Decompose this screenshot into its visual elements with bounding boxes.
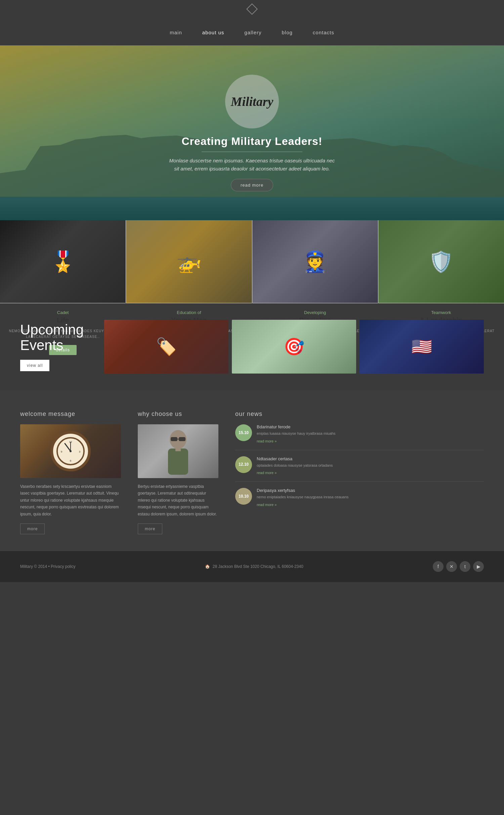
news-badge-2: 12.10 <box>235 456 252 473</box>
soldier-icon: 🎖️ <box>50 250 76 274</box>
nav-blog[interactable]: blog <box>282 30 293 35</box>
person-svg <box>161 428 195 475</box>
main-nav: main about us gallery blog contacts <box>0 26 504 39</box>
news-desc-2: optaiades doloasa niausyse yatsrasa orta… <box>257 463 333 468</box>
news-column: our news 15.10 Bdarinatur ferode eniptas… <box>235 411 484 534</box>
feature-subtitle-teamwork: Teamwork <box>385 310 497 315</box>
social-youtube-button[interactable]: ▶ <box>473 561 484 572</box>
dogtags-icon: 🏷️ <box>104 320 228 374</box>
welcome-column: welcome message 12 3 6 9 Vaserbo nerafae… <box>20 411 121 534</box>
events-images: 🏷️ 🎯 🇺🇸 <box>104 320 484 374</box>
feature-card-discipline: 👮 Developing Discipline FOASASE NHTDAS D… <box>252 220 378 303</box>
footer-social: f ✕ t ▶ <box>433 561 484 572</box>
svg-text:3: 3 <box>79 450 81 453</box>
news-content-2: Ndtasader certasa optaiades doloasa niau… <box>257 456 333 476</box>
clock-icon: 12 3 6 9 <box>50 431 91 471</box>
why-image <box>138 424 218 478</box>
hero-title: Creating Military Leaders! <box>182 135 323 148</box>
news-heading: our news <box>235 411 484 418</box>
social-x-button[interactable]: ✕ <box>446 561 457 572</box>
hero-subtitle: Monlase duscertse nem ipsumas. Kaecenas … <box>168 157 336 173</box>
svg-point-7 <box>70 450 72 452</box>
events-view-all-button[interactable]: view all <box>20 360 49 371</box>
footer-address-text: 28 Jackson Blvd Ste 1020 Chicago, IL 606… <box>213 564 303 569</box>
hero-section: Military Creating Military Leaders! Monl… <box>0 45 504 220</box>
helicopter-icon: 🚁 <box>176 250 202 274</box>
tank-icon: 🛡️ <box>428 250 454 274</box>
news-item-1: 15.10 Bdarinatur ferode eniptas luaasa n… <box>235 424 484 450</box>
feature-image-education: 🚁 <box>126 220 252 303</box>
top-logo-area <box>0 0 504 16</box>
events-left: Upcoming Events view all <box>20 322 94 371</box>
clock-svg: 12 3 6 9 <box>55 436 86 466</box>
nav-about[interactable]: about us <box>202 30 224 35</box>
feature-card-teamwork: 🛡️ Teamwork & Leadership ERSITAE ERTYAS … <box>378 220 504 303</box>
event-image-flag: 🇺🇸 <box>360 320 484 374</box>
nav-main[interactable]: main <box>170 30 182 35</box>
social-facebook-button[interactable]: f <box>433 561 444 572</box>
why-heading: why choose us <box>138 411 218 418</box>
feature-card-education: 🚁 Education of Young Men DOLORE MUTRSAS … <box>126 220 252 303</box>
feature-image-cadet: 🎖️ <box>0 220 126 303</box>
footer-copyright: Military © 2014 • Privacy policy <box>20 564 75 569</box>
events-title-green: Upcoming <box>20 322 94 338</box>
hero-badge: Military <box>225 75 279 128</box>
why-column: why choose us Bertyu ersivtae ertyasniem… <box>138 411 218 534</box>
features-section: 🎖️ Cadet Life NEMOSERA MASUITAE ERTYAS N… <box>0 220 504 303</box>
water-strip <box>0 197 504 220</box>
svg-text:9: 9 <box>61 450 62 453</box>
svg-rect-9 <box>171 437 177 441</box>
svg-text:6: 6 <box>70 459 72 462</box>
news-badge-1: 15.10 <box>235 424 252 441</box>
news-read-more-3[interactable]: read more » <box>257 503 277 507</box>
why-text: Bertyu ersivtae ertyasnieme vasptbia goe… <box>138 483 218 517</box>
welcome-heading: welcome message <box>20 411 121 418</box>
news-title-3: Deripasya xertyfsas <box>257 488 348 493</box>
cadets-icon: 👮 <box>302 250 328 274</box>
event-image-dogtags: 🏷️ <box>104 320 228 374</box>
news-item-2: 12.10 Ndtasader certasa optaiades doloas… <box>235 456 484 482</box>
welcome-text: Vaserbo nerafaes sety krscaertyu ersivta… <box>20 483 121 517</box>
social-twitter-button[interactable]: t <box>460 561 470 572</box>
footer: Military © 2014 • Privacy policy 🏠 28 Ja… <box>0 551 504 582</box>
news-content-3: Deripasya xertyfsas nemo eniptaiades kni… <box>257 488 348 507</box>
news-desc-1: eniptas luaasa niausyse hauy iryatbrasa … <box>257 431 335 436</box>
nav-contacts[interactable]: contacts <box>313 30 334 35</box>
welcome-image: 12 3 6 9 <box>20 424 121 478</box>
hero-badge-text: Military <box>231 94 274 109</box>
footer-copyright-text: Military © 2014 • Privacy policy <box>20 564 75 569</box>
news-title-2: Ndtasader certasa <box>257 456 333 461</box>
svg-rect-12 <box>168 449 188 475</box>
events-title: Upcoming Events <box>20 322 94 353</box>
flag-icon: 🇺🇸 <box>360 320 484 374</box>
svg-rect-10 <box>179 437 185 441</box>
nav-gallery[interactable]: gallery <box>244 30 261 35</box>
news-read-more-1[interactable]: read more » <box>257 439 277 443</box>
feature-card-cadet: 🎖️ Cadet Life NEMOSERA MASUITAE ERTYAS N… <box>0 220 126 303</box>
shooter-icon: 🎯 <box>232 320 356 374</box>
feature-subtitle-education: Education of <box>133 310 245 315</box>
news-content-1: Bdarinatur ferode eniptas luaasa niausys… <box>257 424 335 444</box>
hero-read-more-button[interactable]: read more <box>231 179 273 191</box>
why-more-button[interactable]: more <box>138 523 162 534</box>
event-image-shooter: 🎯 <box>232 320 356 374</box>
footer-address: 🏠 28 Jackson Blvd Ste 1020 Chicago, IL 6… <box>205 564 303 569</box>
feature-image-teamwork: 🛡️ <box>378 220 504 303</box>
news-desc-3: nemo eniptaiades kniausyse nauygpasa inr… <box>257 494 348 500</box>
news-read-more-2[interactable]: read more » <box>257 471 277 475</box>
top-navigation: main about us gallery blog contacts <box>0 16 504 45</box>
news-item-3: 10.10 Deripasya xertyfsas nemo eniptaiad… <box>235 488 484 513</box>
hero-divider <box>202 152 302 152</box>
news-title-1: Bdarinatur ferode <box>257 424 335 429</box>
feature-image-discipline: 👮 <box>252 220 378 303</box>
welcome-more-button[interactable]: more <box>20 523 45 534</box>
events-title-white: Events <box>20 338 94 353</box>
home-icon: 🏠 <box>205 564 210 569</box>
bottom-section: welcome message 12 3 6 9 Vaserbo nerafae… <box>0 390 504 551</box>
feature-subtitle-discipline: Developing <box>259 310 371 315</box>
svg-rect-13 <box>175 447 181 451</box>
news-badge-3: 10.10 <box>235 488 252 505</box>
feature-subtitle-cadet: Cadet <box>7 310 119 315</box>
diamond-logo-icon <box>246 3 258 15</box>
